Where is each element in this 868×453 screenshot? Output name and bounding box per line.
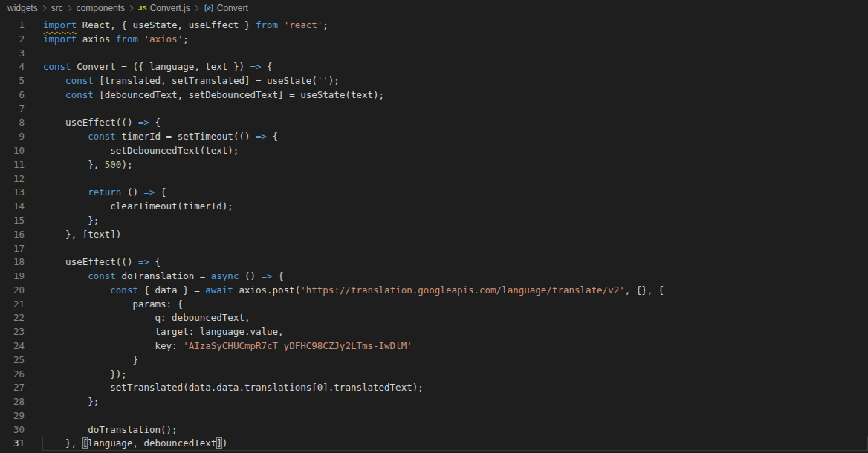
code-token: timerId = setTimeout((): [116, 131, 256, 142]
breadcrumb-item-src[interactable]: src: [51, 3, 63, 13]
code-token: { data } =: [138, 284, 205, 296]
code-token: },: [43, 437, 82, 449]
line-number[interactable]: 26: [0, 368, 42, 382]
code-token: 'AIzaSyCHUCmpR7cT_yDFHC98CZJy2LTms-IwDlM…: [183, 340, 412, 351]
line-number[interactable]: 3: [0, 47, 42, 61]
code-token: const: [65, 75, 94, 86]
code-token: }: [43, 354, 138, 365]
line-number[interactable]: 15: [0, 214, 42, 228]
code-line[interactable]: 11 }, 500);: [0, 158, 868, 172]
breadcrumb-item-convert-js[interactable]: JSConvert.js: [138, 3, 190, 13]
line-number[interactable]: 14: [0, 200, 42, 214]
line-number[interactable]: 24: [0, 339, 42, 353]
code-line[interactable]: 9 const timerId = setTimeout(() => {: [0, 130, 868, 144]
code-line[interactable]: 30 doTranslation();: [0, 423, 868, 437]
code-line[interactable]: 29: [0, 409, 868, 423]
code-line[interactable]: 15 };: [0, 214, 868, 228]
code-line[interactable]: 16 }, [text]): [0, 228, 868, 242]
code-line[interactable]: 28 };: [0, 395, 868, 409]
line-number[interactable]: 25: [0, 353, 42, 368]
code-line[interactable]: 5 const [translated, setTranslated] = us…: [0, 74, 868, 88]
code-line[interactable]: 17: [0, 242, 868, 256]
line-number[interactable]: 2: [0, 33, 42, 47]
breadcrumb-item-convert[interactable]: Convert: [204, 3, 248, 13]
code-token: [43, 131, 88, 142]
code-token: (): [239, 270, 261, 281]
code-editor[interactable]: 1import React, { useState, useEffect } f…: [0, 19, 868, 451]
code-line-content: }, [language, debouncedText]): [42, 437, 868, 451]
line-number[interactable]: 7: [0, 102, 42, 117]
line-number[interactable]: 22: [0, 311, 42, 325]
code-line[interactable]: 26 });: [0, 368, 868, 382]
line-number[interactable]: 27: [0, 381, 42, 395]
line-number[interactable]: 6: [0, 88, 42, 102]
code-line[interactable]: 7: [0, 102, 868, 117]
breadcrumb-item-widgets[interactable]: widgets: [7, 3, 38, 13]
code-line[interactable]: 8 useEffect(() => {: [0, 116, 868, 130]
line-number[interactable]: 4: [0, 60, 42, 74]
line-number[interactable]: 12: [0, 172, 42, 186]
breadcrumb-item-components[interactable]: components: [77, 3, 125, 13]
code-line[interactable]: 1import React, { useState, useEffect } f…: [0, 19, 868, 33]
line-number[interactable]: 20: [0, 284, 42, 298]
line-number[interactable]: 9: [0, 130, 42, 144]
line-number[interactable]: 17: [0, 242, 42, 256]
line-number[interactable]: 31: [0, 437, 42, 451]
code-line-content: const { data } = await axios.post('https…: [42, 284, 868, 298]
code-line[interactable]: 12: [0, 172, 868, 186]
code-token: return: [88, 186, 121, 198]
code-token: , {}, {: [625, 284, 664, 296]
code-line[interactable]: 18 useEffect(() => {: [0, 255, 868, 270]
line-number[interactable]: 16: [0, 228, 42, 242]
code-line[interactable]: 24 key: 'AIzaSyCHUCmpR7cT_yDFHC98CZJy2LT…: [0, 339, 868, 353]
breadcrumb-label: widgets: [7, 3, 38, 13]
code-line[interactable]: 4const Convert = ({ language, text }) =>…: [0, 60, 868, 74]
code-line-content: }, [text]): [42, 228, 868, 242]
code-token: }, [text]): [43, 229, 121, 240]
line-number[interactable]: 28: [0, 395, 42, 409]
code-token: ': [619, 284, 625, 296]
code-line-content: const Convert = ({ language, text }) => …: [42, 60, 868, 74]
code-line[interactable]: 20 const { data } = await axios.post('ht…: [0, 284, 868, 298]
line-number[interactable]: 8: [0, 116, 42, 130]
code-line[interactable]: 31 }, [language, debouncedText]): [0, 437, 868, 451]
line-number[interactable]: 30: [0, 423, 42, 437]
code-line[interactable]: 6 const [debouncedText, setDebouncedText…: [0, 88, 868, 102]
code-line-content: clearTimeout(timerId);: [42, 200, 868, 214]
line-number[interactable]: 11: [0, 158, 42, 172]
url-link[interactable]: https://translation.googleapis.com/langu…: [306, 284, 619, 296]
code-token: useEffect((): [43, 256, 138, 267]
code-line[interactable]: 21 params: {: [0, 298, 868, 312]
line-number[interactable]: 13: [0, 186, 42, 200]
line-number[interactable]: 19: [0, 270, 42, 284]
code-line[interactable]: 13 return () => {: [0, 186, 868, 200]
line-number[interactable]: 29: [0, 409, 42, 423]
code-line[interactable]: 22 q: debouncedText,: [0, 311, 868, 325]
code-token: doTranslation();: [43, 424, 178, 435]
line-number[interactable]: 10: [0, 144, 42, 158]
code-token: from: [116, 33, 138, 45]
code-token: clearTimeout(timerId);: [43, 201, 233, 212]
line-number[interactable]: 23: [0, 325, 42, 339]
code-token: [43, 89, 65, 100]
code-line-content: target: language.value,: [42, 325, 868, 339]
code-line[interactable]: 25 }: [0, 353, 868, 368]
code-line-content: q: debouncedText,: [42, 311, 868, 325]
code-line[interactable]: 2import axios from 'axios';: [0, 33, 868, 47]
code-line[interactable]: 27 setTranslated(data.data.translations[…: [0, 381, 868, 395]
code-token: {: [273, 270, 284, 281]
code-line[interactable]: 3: [0, 47, 868, 61]
line-number[interactable]: 18: [0, 255, 42, 270]
line-number[interactable]: 1: [0, 19, 42, 33]
code-line[interactable]: 14 clearTimeout(timerId);: [0, 200, 868, 214]
code-line-content: setDebouncedText(text);: [42, 144, 868, 158]
code-line-content: };: [42, 214, 868, 228]
code-line[interactable]: 10 setDebouncedText(text);: [0, 144, 868, 158]
code-line[interactable]: 23 target: language.value,: [0, 325, 868, 339]
code-line[interactable]: 19 const doTranslation = async () => {: [0, 270, 868, 284]
line-number[interactable]: 21: [0, 298, 42, 312]
code-token: setDebouncedText(text);: [43, 145, 239, 156]
code-token: });: [43, 368, 127, 379]
code-token: 'react': [284, 19, 323, 30]
line-number[interactable]: 5: [0, 74, 42, 88]
